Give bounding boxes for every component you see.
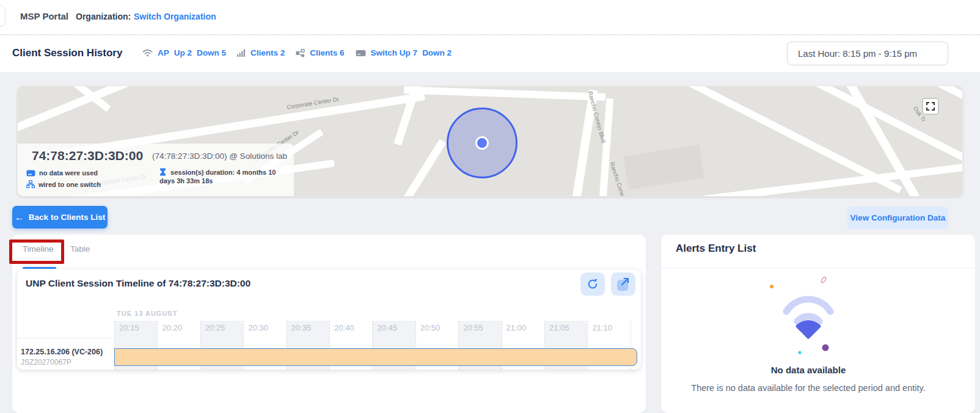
export-arrow-icon [620,276,631,287]
stat-text: AP [158,48,169,57]
map-road [703,160,963,197]
row-separator [17,338,114,338]
stat-text: Up 2 [174,48,192,57]
data-usage-icon [26,170,35,177]
client-row-label: 172.25.16.206 (VC-206) [21,348,112,356]
session-bar[interactable] [114,348,637,366]
no-data-message: There is no data available for the selec… [661,383,956,393]
wired-switch-item: wired to one switch [26,180,101,188]
wired-switch-text: wired to one switch [38,181,101,188]
stat-text: Clients 6 [310,48,344,57]
stat-wired-clients[interactable]: Clients 6 [296,48,344,57]
tick-label: 20:45 [377,323,397,332]
data-usage-text: no data were used [39,169,98,177]
location-marker[interactable] [475,136,489,150]
alerts-panel-title: Alerts Entry List [676,243,756,255]
session-panel: Timeline Table UNP Client Session Timeli… [12,235,646,413]
tick-label: 20:15 [119,323,139,332]
no-data-wifi-illustration [766,270,851,359]
back-button-label: Back to Clients List [29,213,105,222]
app-title: MSP Portal [20,11,68,21]
view-configuration-button[interactable]: View Configuration Data [847,206,948,229]
tick-label: 20:30 [248,323,268,332]
device-title-row: 74:78:27:3D:3D:00 (74:78:27:3D:3D:00) @ … [26,148,285,163]
timeline-title: UNP Client Session Timeline of 74:78:27:… [26,278,250,289]
timeline-date-header: TUE 13 AUGUST [117,310,177,317]
tick-label: 21:00 [506,323,527,332]
organization-link[interactable]: Switch Organization [134,12,216,21]
sidebar-handle[interactable] [0,5,5,26]
stat-text: Down 2 [422,48,452,57]
page-title: Client Session History [12,47,122,59]
back-to-clients-button[interactable]: ← Back to Clients List [12,206,108,228]
divider [661,268,975,268]
stat-text: Switch Up 7 [371,48,418,57]
tick-label: 20:50 [420,323,441,332]
map-road [599,98,614,197]
tab-table[interactable]: Table [70,244,90,254]
refresh-icon [587,278,599,290]
map-fullscreen-button[interactable] [922,98,939,115]
tab-timeline[interactable]: Timeline [23,244,54,254]
top-bar: MSP Portal Organization: Switch Organiza… [0,0,980,35]
device-stats: AP Up 2 Down 5 Clients 2 Clients 6 Switc… [142,48,463,57]
refresh-button[interactable] [580,272,605,296]
page-header: Client Session History AP Up 2 Down 5 Cl… [0,35,980,72]
device-mac-title: 74:78:27:3D:3D:00 [32,148,143,163]
tick-label: 21:05 [549,323,569,332]
fullscreen-icon [926,102,935,111]
sitemap-icon [26,180,35,188]
export-button[interactable] [611,272,635,296]
tick-label: 20:20 [162,323,182,332]
device-location-subtitle: (74:78:27:3D:3D:00) @ Solutions lab [152,152,287,161]
tick-label: 21:10 [592,323,612,332]
wifi-icon [142,49,153,57]
stat-ap[interactable]: AP Up 2 Down 5 [142,48,226,57]
stat-text: Down 5 [197,48,226,57]
tick-label: 20:35 [291,323,312,332]
topology-icon [296,49,305,57]
signal-bars-icon [237,49,246,57]
data-usage-item: no data were used [26,169,98,177]
stat-switch[interactable]: Switch Up 7 Down 2 [356,48,452,57]
back-arrow-icon: ← [15,212,24,223]
tick-label: 20:55 [463,323,483,332]
switch-icon [356,49,366,57]
tick-label: 20:40 [334,323,354,332]
session-duration-item: session(s) duration: 4 months 10 days 3h… [159,168,289,185]
organization-label: Organization: [76,12,131,21]
stat-wireless-clients[interactable]: Clients 2 [237,48,285,57]
timeline-card: UNP Client Session Timeline of 74:78:27:… [17,269,641,370]
map-building [623,145,704,190]
map-road [398,139,447,197]
client-row-serial: JSZ20270067P [21,358,112,367]
hourglass-icon [159,168,166,176]
map-road [404,86,605,101]
alerts-panel: Alerts Entry List No data available Ther… [661,235,975,413]
time-range-selector[interactable]: Last Hour: 8:15 pm - 9:15 pm [787,42,948,65]
location-map[interactable]: Corporate Center Dr Corporate Center Dr … [17,86,963,197]
no-data-title: No data available [661,365,956,375]
active-tab-indicator [23,267,56,269]
session-duration-text: session(s) duration: 4 months 10 days 3h… [159,169,276,185]
device-info-overlay: 74:78:27:3D:3D:00 (74:78:27:3D:3D:00) @ … [18,144,294,196]
tick-label: 20:25 [205,323,225,332]
stat-text: Clients 2 [250,48,285,57]
